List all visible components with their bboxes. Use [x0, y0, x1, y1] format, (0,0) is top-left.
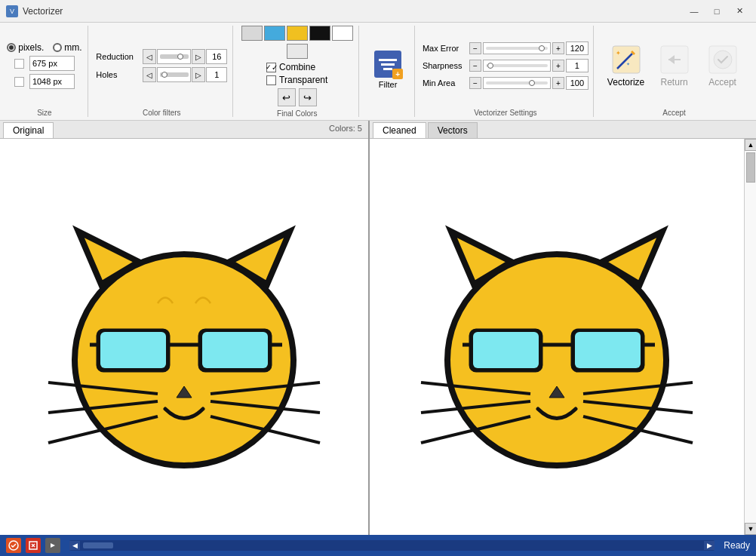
sharpness-thumb [487, 63, 493, 69]
max-error-value[interactable] [566, 41, 589, 55]
h-scroll-thumb[interactable] [83, 542, 113, 548]
pixels-radio-circle [7, 43, 16, 52]
close-button[interactable]: ✕ [729, 3, 750, 20]
svg-point-7 [714, 51, 732, 69]
transparent-label: Transparent [279, 75, 327, 85]
maximize-button[interactable]: □ [706, 3, 727, 20]
sharpness-plus[interactable]: + [552, 60, 564, 72]
min-area-minus[interactable]: − [469, 77, 481, 89]
swatch-yellow[interactable] [287, 26, 308, 41]
svg-rect-16 [100, 332, 166, 368]
sharpness-minus[interactable]: − [469, 60, 481, 72]
return-button[interactable]: Return [650, 41, 699, 91]
window-title: Vectorizer [23, 6, 63, 17]
accept-button[interactable]: Accept [699, 41, 747, 91]
swatch-empty[interactable] [287, 44, 308, 59]
scroll-thumb[interactable] [746, 152, 755, 183]
minimize-button[interactable]: — [684, 3, 705, 20]
window-controls: — □ ✕ [684, 3, 750, 20]
combine-row[interactable]: ✓ Combine [266, 62, 327, 72]
max-error-plus[interactable]: + [552, 42, 564, 54]
holes-label: Holes [96, 70, 140, 79]
tab-cleaned[interactable]: Cleaned [373, 122, 426, 138]
title-bar: V Vectorizer — □ ✕ [0, 0, 756, 23]
max-error-minus[interactable]: − [469, 42, 481, 54]
mm-radio-circle [53, 43, 62, 52]
min-area-plus[interactable]: + [552, 77, 564, 89]
return-label: Return [661, 77, 688, 88]
swatch-blue[interactable] [264, 26, 285, 41]
filter-line1 [379, 59, 397, 61]
right-tab-bar: Cleaned Vectors [370, 121, 756, 139]
svg-rect-34 [575, 332, 641, 368]
tab-original[interactable]: Original [3, 122, 54, 138]
swatches-row [241, 26, 353, 41]
sharpness-value[interactable] [566, 59, 589, 72]
height-input[interactable] [29, 74, 75, 89]
mm-radio[interactable]: mm. [53, 42, 81, 53]
height-checkbox[interactable] [14, 77, 24, 87]
final-colors-section: ✓ Combine Transparent ↩ ↪ Final Colors [239, 26, 359, 117]
width-checkbox[interactable] [14, 59, 24, 69]
accept-icon [708, 45, 738, 75]
sharpness-label: Sharpness [423, 61, 466, 70]
swatch-gray[interactable] [241, 26, 263, 41]
main-area: Original Colors: 5 [0, 121, 756, 535]
status-text: Ready [724, 540, 750, 551]
status-icon-3 [45, 538, 60, 553]
reduction-minus[interactable]: ◁ [143, 49, 156, 64]
left-tab-bar: Original Colors: 5 [0, 121, 368, 139]
h-scroll-right[interactable]: ▶ [704, 541, 715, 550]
transparent-row[interactable]: Transparent [266, 75, 327, 85]
status-svg-1 [8, 540, 19, 551]
redo-button[interactable]: ↪ [299, 88, 317, 106]
right-scrollbar: ▲ ▼ [744, 139, 756, 535]
color-filters-label: Color filters [143, 109, 181, 117]
max-error-slider-track [483, 42, 551, 54]
swatch-black[interactable] [309, 26, 330, 41]
filter-button[interactable]: + Filter [367, 47, 408, 93]
tab-vectors-label: Vectors [438, 125, 468, 136]
reduction-plus[interactable]: ▷ [192, 49, 205, 64]
svg-rect-33 [473, 332, 539, 368]
swatch-white[interactable] [332, 26, 353, 41]
holes-plus[interactable]: ▷ [192, 67, 205, 82]
svg-rect-17 [202, 332, 268, 368]
pixels-radio[interactable]: pixels. [7, 42, 44, 53]
scroll-down-button[interactable]: ▼ [745, 523, 756, 535]
combine-transparent: ✓ Combine Transparent [266, 62, 327, 85]
reduction-value[interactable] [206, 49, 227, 64]
sharpness-slider[interactable] [486, 64, 548, 67]
tab-vectors[interactable]: Vectors [428, 122, 478, 138]
left-panel: Original Colors: 5 [0, 121, 370, 535]
holes-minus[interactable]: ◁ [143, 67, 156, 82]
colors-count: Colors: 5 [329, 124, 362, 133]
vectorize-button[interactable]: ✦ ✦ Vectorize [602, 41, 650, 91]
h-scroll-left[interactable]: ◀ [69, 541, 80, 550]
final-colors-label: Final Colors [277, 109, 317, 118]
min-area-slider[interactable] [486, 81, 548, 84]
reduction-slider[interactable] [160, 54, 189, 59]
reduction-row: Reduction ◁ ▷ [96, 49, 227, 64]
width-input[interactable] [29, 56, 75, 71]
vec-settings-label: Vectorizer Settings [474, 109, 536, 117]
size-label: Size [37, 109, 51, 117]
sharpness-controls: − + [469, 59, 589, 72]
combine-checkbox[interactable]: ✓ [266, 63, 276, 72]
scroll-up-button[interactable]: ▲ [745, 139, 756, 151]
reduction-thumb [177, 54, 183, 60]
holes-slider[interactable] [160, 72, 189, 77]
app-icon: V [6, 5, 18, 17]
undo-button[interactable]: ↩ [278, 88, 296, 106]
holes-value[interactable] [206, 67, 227, 82]
action-content: ✦ ✦ Vectorize Return [602, 26, 747, 106]
h-scrollbar-track: ◀ ▶ [69, 540, 715, 551]
max-error-slider[interactable] [486, 47, 548, 50]
transparent-checkbox[interactable] [266, 75, 276, 85]
status-icon-2 [26, 538, 41, 553]
holes-thumb [161, 72, 167, 78]
return-icon [659, 45, 690, 75]
vec-settings-content: Max Error − + Sharpness − [423, 26, 589, 106]
min-area-value[interactable] [566, 76, 589, 90]
min-area-controls: − + [469, 76, 589, 90]
